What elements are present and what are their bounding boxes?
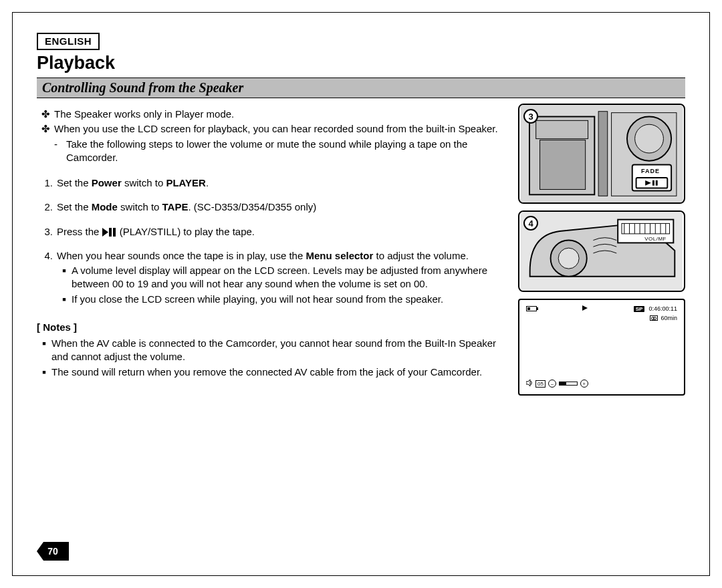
lcd-bottom-row: 05 – + (526, 380, 588, 388)
camcorder-side-illustration (519, 212, 684, 291)
figure-4: 4 (518, 210, 685, 292)
bullet-mark: ✤ (37, 122, 54, 166)
step-text: When you hear sounds once the tape is in… (57, 250, 306, 261)
language-badge: ENGLISH (37, 33, 100, 50)
intro-item: ✤ When you use the LCD screen for playba… (37, 122, 509, 166)
volume-value: 05 (535, 380, 546, 388)
step-bold: TAPE (162, 201, 189, 212)
note-text: The sound will return when you remove th… (51, 365, 482, 379)
intro-text-line: When you use the LCD screen for playback… (54, 123, 498, 134)
notes-heading: [ Notes ] (37, 321, 509, 334)
step-body: Press the (PLAY/STILL) to play the tape. (57, 225, 509, 239)
volume-bar (559, 382, 578, 386)
square-bullet: ■ (57, 293, 72, 306)
intro-text: When you use the LCD screen for playback… (54, 122, 509, 166)
note-item: ■ The sound will return when you remove … (37, 365, 509, 379)
step-sub-text: A volume level display will appear on th… (72, 264, 509, 291)
page-number-badge: 70 (37, 542, 69, 561)
intro-item: ✤ The Speaker works only in Player mode. (37, 108, 509, 121)
steps-list: 1. Set the Power switch to PLAYER. 2. Se… (37, 176, 509, 307)
step-sub: ■ If you close the LCD screen while play… (57, 293, 509, 306)
step-bold: Mode (92, 201, 118, 212)
step-sub: ■ A volume level display will appear on … (57, 264, 509, 291)
step-text: to adjust the volume. (373, 250, 469, 261)
figure-badge: 3 (523, 109, 538, 124)
svg-rect-14 (652, 180, 654, 186)
step-item: 4. When you hear sounds once the tape is… (37, 249, 509, 307)
step-bold: PLAYER (166, 177, 205, 188)
step-number: 1. (37, 176, 57, 190)
step-text: . (206, 177, 209, 188)
speaker-icon (526, 380, 533, 388)
svg-rect-15 (656, 180, 658, 186)
svg-point-18 (558, 248, 579, 269)
lcd-second-row: 60min (650, 315, 677, 321)
step-item: 1. Set the Power switch to PLAYER. (37, 176, 509, 190)
text-column: ✤ The Speaker works only in Player mode.… (37, 104, 518, 396)
fade-label: FADE (641, 168, 660, 174)
step-body: When you hear sounds once the tape is in… (57, 249, 509, 307)
intro-sub: - Take the following steps to lower the … (54, 138, 509, 165)
content-row: ✤ The Speaker works only in Player mode.… (37, 104, 685, 396)
square-bullet: ■ (37, 337, 51, 364)
svg-rect-5 (536, 120, 588, 138)
figure-badge: 4 (523, 216, 538, 231)
svg-rect-6 (540, 140, 586, 190)
step-text: . (SC-D353/D354/D355 only) (188, 201, 316, 212)
svg-marker-0 (102, 228, 108, 237)
step-body: Set the Power switch to PLAYER. (57, 176, 509, 190)
figures-column: 3 FADE (518, 104, 685, 396)
manual-page: ENGLISH Playback Controlling Sound from … (12, 12, 710, 576)
remain-time: 60min (660, 315, 677, 321)
page-number: 70 (47, 546, 58, 557)
volmf-label: VOL/MF (644, 236, 667, 242)
lcd-screen: SP 0:46:00:11 60min 05 – + (518, 299, 685, 396)
svg-rect-12 (636, 178, 668, 188)
step-sub-text: If you close the LCD screen while playin… (72, 293, 443, 306)
minus-circle-icon: – (548, 380, 556, 388)
section-heading: Controlling Sound from the Speaker (37, 78, 685, 98)
svg-point-10 (635, 124, 664, 153)
step-text: Press the (57, 226, 102, 237)
step-bold: Menu selector (306, 250, 373, 261)
step-item: 3. Press the (PLAY/STILL) to play the ta… (37, 225, 509, 239)
note-text: When the AV cable is connected to the Ca… (51, 337, 509, 364)
intro-sub-text: Take the following steps to lower the vo… (66, 138, 509, 165)
step-bold: Power (92, 177, 122, 188)
tape-icon (650, 315, 658, 321)
svg-rect-1 (109, 228, 112, 237)
lcd-top-row: SP 0:46:00:11 (526, 305, 677, 312)
step-text: (PLAY/STILL) to play the tape. (120, 226, 255, 237)
step-text: switch to (118, 201, 162, 212)
figure-3: 3 FADE (518, 104, 685, 204)
play-still-icon (102, 228, 117, 237)
svg-marker-30 (582, 305, 588, 311)
svg-rect-2 (113, 228, 116, 237)
bullet-mark: ✤ (37, 108, 54, 121)
note-item: ■ When the AV cable is connected to the … (37, 337, 509, 364)
step-item: 2. Set the Mode switch to TAPE. (SC-D353… (37, 200, 509, 214)
play-icon (582, 305, 588, 312)
dash-mark: - (54, 138, 66, 165)
page-title: Playback (37, 53, 685, 74)
battery-icon (526, 306, 537, 311)
timecode: 0:46:00:11 (648, 305, 677, 312)
svg-rect-20 (622, 223, 670, 233)
step-number: 2. (37, 200, 57, 214)
step-number: 4. (37, 249, 57, 307)
step-body: Set the Mode switch to TAPE. (SC-D353/D3… (57, 200, 509, 214)
intro-block: ✤ The Speaker works only in Player mode.… (37, 108, 509, 166)
step-number: 3. (37, 225, 57, 239)
step-text: Set the (57, 177, 92, 188)
step-text: Set the (57, 201, 92, 212)
plus-circle-icon: + (580, 380, 588, 388)
camcorder-closeup-illustration (519, 105, 684, 202)
svg-rect-7 (598, 112, 608, 196)
square-bullet: ■ (57, 264, 72, 291)
sp-badge: SP (634, 306, 645, 312)
svg-marker-31 (526, 380, 530, 386)
step-text: switch to (122, 177, 166, 188)
square-bullet: ■ (37, 365, 51, 379)
intro-text: The Speaker works only in Player mode. (54, 108, 509, 121)
notes-list: ■ When the AV cable is connected to the … (37, 337, 509, 379)
